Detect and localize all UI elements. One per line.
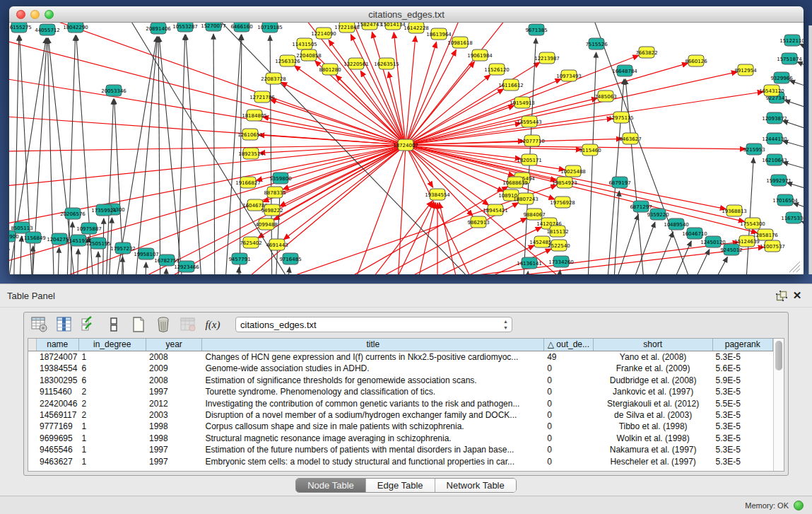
graph-edge[interactable]: [783, 162, 804, 173]
graph-node[interactable]: 9457791: [228, 253, 250, 264]
graph-node[interactable]: 15014134: [380, 23, 406, 30]
graph-edge[interactable]: [683, 250, 710, 274]
graph-edge[interactable]: [440, 203, 462, 274]
table-row[interactable]: 977716911998Corpus callosum shape and si…: [28, 421, 773, 432]
graph-edge[interactable]: [783, 141, 804, 151]
graph-node[interactable]: 10553287: [172, 23, 198, 32]
table-cell[interactable]: 0: [544, 444, 594, 455]
graph-node[interactable]: 4691443: [266, 239, 288, 250]
graph-edge[interactable]: [406, 145, 746, 149]
graph-edge[interactable]: [702, 257, 727, 274]
table-cell[interactable]: 5.3E-5: [713, 386, 773, 397]
graph-node[interactable]: 19166827: [235, 177, 261, 188]
graph-edge[interactable]: [784, 100, 804, 112]
graph-node[interactable]: 11007537: [760, 240, 785, 252]
graph-edge[interactable]: [800, 44, 804, 53]
table-row[interactable]: 946554611997Estimation of the future num…: [28, 444, 773, 455]
graph-edge[interactable]: [286, 267, 290, 274]
graph-edge[interactable]: [158, 37, 160, 274]
graph-edge[interactable]: [165, 269, 166, 274]
graph-node[interactable]: 20206576: [60, 208, 86, 219]
graph-edge[interactable]: [395, 145, 406, 274]
table-cell[interactable]: 2009: [146, 363, 203, 374]
table-cell[interactable]: 18300295: [37, 375, 79, 386]
table-cell[interactable]: 5.3E-5: [713, 421, 773, 432]
graph-edge[interactable]: [9, 23, 406, 145]
table-cell[interactable]: 5.6E-5: [713, 363, 773, 374]
graph-node[interactable]: 20891406: [146, 23, 171, 34]
graph-edge[interactable]: [77, 249, 78, 274]
graph-edge[interactable]: [9, 145, 406, 233]
graph-node[interactable]: 9359220: [647, 209, 669, 220]
scrollbar-thumb[interactable]: [775, 341, 782, 370]
graph-node[interactable]: 19756928: [550, 197, 575, 208]
graph-node[interactable]: 12975115: [608, 112, 634, 123]
graph-node[interactable]: 17016504: [772, 194, 798, 206]
column-header-title[interactable]: title: [202, 339, 544, 351]
memory-status-indicator[interactable]: [794, 501, 804, 510]
graph-node[interactable]: 9884067: [523, 209, 545, 220]
table-cell[interactable]: 6: [79, 375, 146, 386]
graph-node[interactable]: 15824743: [357, 23, 382, 30]
graph-node[interactable]: 19154913: [510, 97, 535, 108]
graph-node[interactable]: 9716485: [279, 253, 301, 264]
create-table-icon[interactable]: [129, 315, 148, 334]
graph-edge[interactable]: [745, 158, 753, 274]
table-row[interactable]: 911546021997Tourette syndrome. Phenomeno…: [28, 386, 773, 397]
graph-node[interactable]: 18205171: [517, 154, 542, 165]
rows-icon[interactable]: [105, 315, 123, 334]
graph-node[interactable]: 17957232: [110, 243, 136, 254]
graph-node[interactable]: 9115460: [579, 144, 601, 156]
graph-node[interactable]: 12721786: [249, 91, 275, 103]
graph-node[interactable]: 8660126: [685, 55, 707, 66]
table-cell[interactable]: Tourette syndrome. Phenomenology and cla…: [202, 386, 544, 397]
table-row[interactable]: 1456911722003Disruption of a novel membe…: [28, 409, 773, 421]
graph-node[interactable]: 15270077: [201, 23, 226, 31]
graph-edge[interactable]: [9, 113, 406, 145]
graph-node[interactable]: 1815132: [546, 226, 568, 237]
graph-edge[interactable]: [587, 52, 596, 274]
table-cell[interactable]: Stergiakouli et al. (2012): [594, 398, 713, 409]
graph-node[interactable]: 18945421: [483, 204, 508, 216]
graph-node[interactable]: 6871297: [630, 201, 652, 212]
column-header-year[interactable]: year: [146, 339, 202, 351]
graph-node[interactable]: 16648784: [612, 65, 637, 76]
graph-edge[interactable]: [9, 28, 406, 145]
table-cell[interactable]: Wolkin et al. (1998): [594, 433, 713, 444]
table-cell[interactable]: 1997: [146, 386, 203, 397]
table-cell[interactable]: 0: [544, 433, 594, 444]
row-selection-mode-icon[interactable]: [80, 315, 98, 334]
table-cell[interactable]: 1998: [146, 421, 203, 432]
table-cell[interactable]: 2: [79, 409, 146, 421]
graph-node[interactable]: 7485063: [594, 90, 616, 102]
graph-edge[interactable]: [9, 71, 406, 145]
graph-node[interactable]: 5359800: [269, 173, 291, 184]
table-cell[interactable]: Genome-wide association studies in ADHD.: [202, 363, 544, 374]
graph-node[interactable]: 18184805: [242, 110, 267, 121]
table-cell[interactable]: 49: [544, 351, 594, 363]
table-row[interactable]: 1872400712008Changes of HCN gene express…: [28, 351, 773, 363]
column-header-name[interactable]: name: [37, 339, 79, 351]
function-builder-icon[interactable]: f(x): [204, 315, 222, 334]
graph-node[interactable]: 12093872: [762, 112, 787, 124]
graph-edge[interactable]: [789, 81, 804, 90]
network-canvas[interactable]: 1872400716155275440557121804229020891406…: [9, 23, 804, 274]
tab-edge-table[interactable]: Edge Table: [366, 479, 435, 492]
table-cell[interactable]: Yano et al. (2008): [594, 351, 713, 363]
table-cell[interactable]: Dudbridge et al. (2008): [594, 375, 713, 386]
table-cell[interactable]: 1997: [146, 456, 203, 467]
table-cell[interactable]: Corpus callosum shape and size in male p…: [202, 421, 544, 432]
table-cell[interactable]: Embryonic stem cells: a model to study s…: [202, 456, 544, 467]
graph-node[interactable]: 13220561: [343, 58, 369, 69]
graph-node[interactable]: 16263515: [374, 58, 399, 69]
graph-edge[interactable]: [112, 37, 157, 274]
window-titlebar[interactable]: citations_edges.txt: [9, 6, 804, 23]
table-cell[interactable]: 5.3E-5: [713, 456, 773, 467]
table-cell[interactable]: Hescheler et al. (1997): [594, 456, 713, 467]
graph-node[interactable]: 8801280: [319, 64, 341, 75]
graph-node[interactable]: 8878335: [264, 187, 286, 198]
graph-node[interactable]: 16155275: [9, 23, 32, 33]
graph-edge[interactable]: [625, 79, 646, 274]
table-cell[interactable]: 22420046: [37, 398, 79, 409]
graph-node[interactable]: 16116612: [498, 79, 524, 90]
